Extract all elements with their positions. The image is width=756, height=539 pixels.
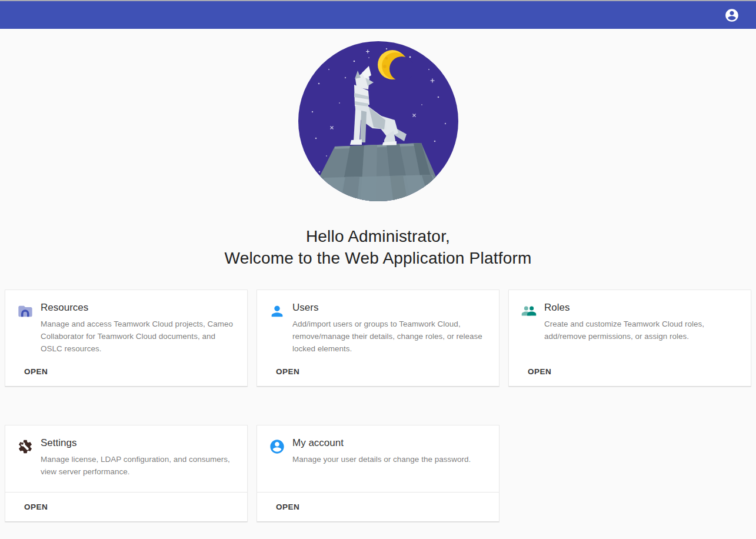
- card-description: Add/import users or groups to Teamwork C…: [292, 318, 491, 355]
- welcome-heading: Hello Administrator, Welcome to the Web …: [0, 225, 756, 269]
- wolf-howling-at-moon-illustration: [298, 41, 458, 201]
- card-settings: Settings Manage license, LDAP configurat…: [5, 425, 248, 522]
- open-users-button[interactable]: OPEN: [276, 364, 304, 380]
- card-text: My account Manage your user details or c…: [292, 437, 471, 465]
- account-menu-button[interactable]: [724, 8, 740, 23]
- app-bar: [0, 1, 756, 29]
- card-actions: OPEN: [509, 357, 751, 386]
- open-my-account-button[interactable]: OPEN: [276, 499, 304, 515]
- card-title: My account: [292, 437, 471, 449]
- card-roles: Roles Create and customize Teamwork Clou…: [508, 290, 751, 387]
- card-text: Roles Create and customize Teamwork Clou…: [544, 302, 742, 342]
- card-title: Users: [292, 302, 491, 314]
- person-icon: [269, 303, 285, 355]
- card-content: Resources Manage and access Teamwork Clo…: [5, 290, 247, 355]
- card-description: Manage license, LDAP configuration, and …: [41, 453, 239, 478]
- card-title: Roles: [544, 302, 742, 314]
- card-text: Resources Manage and access Teamwork Clo…: [41, 302, 239, 355]
- greeting-line-2: Welcome to the Web Application Platform: [0, 247, 756, 269]
- people-icon: [521, 303, 537, 342]
- card-title: Settings: [41, 437, 239, 449]
- welcome-section: Hello Administrator, Welcome to the Web …: [0, 41, 756, 269]
- card-actions: OPEN: [257, 357, 499, 386]
- open-resources-button[interactable]: OPEN: [24, 364, 52, 380]
- card-actions: OPEN: [5, 357, 247, 386]
- feature-cards-grid: Resources Manage and access Teamwork Clo…: [5, 290, 751, 522]
- card-title: Resources: [41, 302, 239, 314]
- account-circle-icon: [269, 438, 285, 465]
- web-application-platform-home: Hello Administrator, Welcome to the Web …: [0, 0, 756, 539]
- card-content: Users Add/import users or groups to Team…: [257, 290, 499, 355]
- card-content: Settings Manage license, LDAP configurat…: [5, 425, 247, 478]
- card-description: Manage your user details or change the p…: [292, 453, 471, 465]
- folder-icon: [17, 303, 34, 355]
- open-roles-button[interactable]: OPEN: [528, 364, 556, 380]
- account-circle-icon: [724, 8, 740, 23]
- card-text: Settings Manage license, LDAP configurat…: [41, 437, 239, 478]
- greeting-line-1: Hello Administrator,: [0, 225, 756, 247]
- card-users: Users Add/import users or groups to Team…: [257, 290, 499, 387]
- card-description: Create and customize Teamwork Cloud role…: [544, 318, 742, 342]
- gear-wrench-icon: [17, 438, 34, 478]
- card-description: Manage and access Teamwork Cloud project…: [41, 318, 239, 355]
- card-text: Users Add/import users or groups to Team…: [292, 302, 491, 355]
- card-resources: Resources Manage and access Teamwork Clo…: [5, 290, 248, 387]
- card-content: Roles Create and customize Teamwork Clou…: [509, 290, 751, 342]
- card-my-account: My account Manage your user details or c…: [257, 425, 499, 522]
- card-actions: OPEN: [257, 492, 499, 521]
- open-settings-button[interactable]: OPEN: [24, 499, 52, 515]
- card-content: My account Manage your user details or c…: [257, 425, 499, 465]
- card-actions: OPEN: [5, 492, 247, 521]
